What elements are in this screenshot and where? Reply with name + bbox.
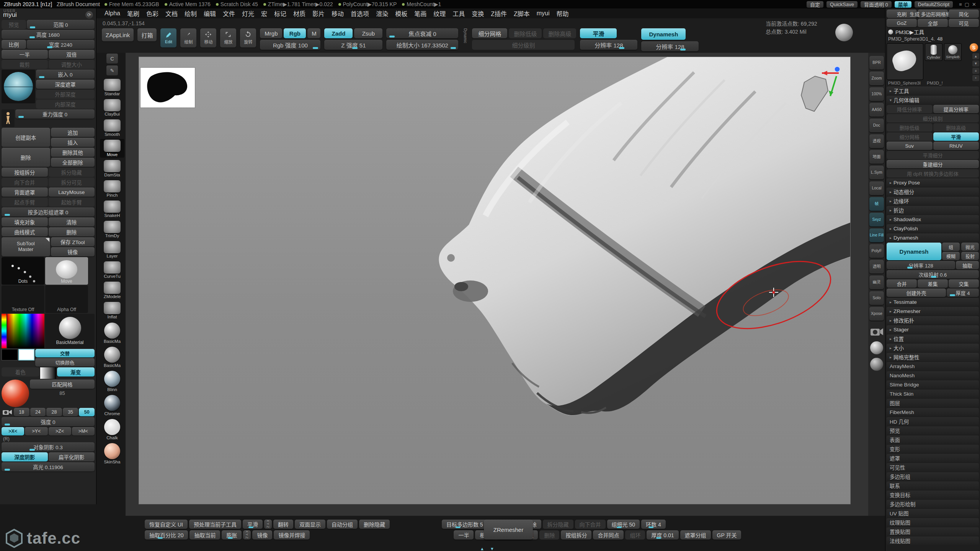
geometry-section-header[interactable]: ▾几何体编辑 <box>887 96 979 104</box>
subpalette-header[interactable]: ▸网格完整性 <box>887 353 979 361</box>
palette-section[interactable]: 图层 <box>887 399 979 407</box>
resize-button[interactable]: 调整大小 <box>49 60 95 69</box>
menu-item[interactable]: Alpha <box>101 8 124 18</box>
edit-mode-button[interactable]: Edit <box>160 28 176 47</box>
titlebar-button[interactable]: QuickSave <box>826 1 858 8</box>
palette-section[interactable]: NanoMesh <box>887 371 979 380</box>
subtool-list-icon[interactable]: + <box>972 75 979 81</box>
m-button[interactable]: M <box>307 28 320 38</box>
smooth-toggle[interactable]: 平滑 <box>933 132 979 141</box>
material-item[interactable]: SkinSha <box>100 442 124 465</box>
main-color-swatch[interactable] <box>2 349 18 360</box>
zadd-button[interactable]: Zadd <box>324 28 353 38</box>
symmetry-axis-button[interactable]: >X< <box>2 427 24 435</box>
alpha-off-thumbnail[interactable]: Alpha Off <box>45 285 88 313</box>
split-visible-button[interactable]: 拆分可见 <box>49 178 95 187</box>
brush-item[interactable]: TrimDy <box>100 220 124 239</box>
append-button[interactable]: 追加 <box>51 128 95 137</box>
menu-item[interactable]: 笔刷 <box>124 8 143 18</box>
palette-section[interactable]: 预览 <box>887 426 979 435</box>
reconstruct-subdiv-button[interactable]: 重建细分 <box>887 160 979 168</box>
depth-shadow-button[interactable]: 深度阴影 <box>2 452 48 461</box>
palette-section[interactable]: 法线贴图 <box>887 536 979 545</box>
palette-section[interactable]: 表面 <box>887 435 979 444</box>
brush-item[interactable]: SnakeH <box>100 200 124 218</box>
brush-item[interactable]: CurveTu <box>100 261 124 279</box>
subtool-list-icon[interactable]: ≡ <box>972 68 979 74</box>
bottom-button[interactable]: 厚度 0.01 <box>647 530 678 540</box>
brush-item[interactable]: Standar <box>100 78 124 97</box>
gravity-slider[interactable]: 重力强度 0 <box>15 109 95 119</box>
titlebar-button[interactable]: DefaultZScript <box>915 1 953 8</box>
thickness-slider[interactable]: 厚度 4 <box>947 289 979 297</box>
divide-button[interactable]: 提高分辨率 <box>933 105 979 113</box>
panel-tab[interactable]: USER <box>3 9 16 13</box>
sdiv-slider[interactable]: 细分级别 <box>887 114 979 122</box>
height-slider[interactable]: 高度 1680 <box>2 30 95 39</box>
subpalette-header[interactable]: ▸折边 <box>887 206 979 214</box>
subtool-master-button[interactable]: SubToolMaster <box>2 237 50 256</box>
flat-shadow-button[interactable]: 扁平化阴影 <box>49 452 95 461</box>
palette-section[interactable]: Thick Skin <box>887 390 979 398</box>
sculpt-model[interactable] <box>139 57 851 504</box>
material-preview-sphere[interactable] <box>2 380 29 407</box>
viewport-icon[interactable]: Solo <box>869 291 884 305</box>
zbrush-logo-icon[interactable]: S <box>970 43 978 52</box>
brush-item[interactable]: Layer <box>100 240 124 259</box>
del-higher-button[interactable]: 删除高级 <box>933 123 979 132</box>
menu-item[interactable]: 帮助 <box>553 8 572 18</box>
divide-button[interactable]: 细分网格 <box>472 28 507 38</box>
sdiv-level-slider[interactable]: 细分级别 <box>472 40 575 50</box>
z-intensity-slider[interactable]: Z 强度 51 <box>324 40 382 50</box>
bottom-button[interactable]: GP 开关 <box>712 530 742 540</box>
range-slider[interactable]: 范围 0 <box>27 20 95 29</box>
viewport-icon[interactable]: BPR <box>869 56 884 70</box>
viewport-icon[interactable]: 透视 <box>869 134 884 148</box>
object-shadow-slider[interactable]: 对象阴影 0.3 <box>2 442 95 452</box>
brush-item[interactable]: Smooth <box>100 119 124 137</box>
secondary-color-swatch[interactable] <box>18 349 34 360</box>
rgb-intensity-slider[interactable]: Rgb 强度 100 <box>260 40 320 50</box>
stroke-alpha-preview[interactable] <box>140 68 195 108</box>
goz-row-button[interactable]: GoZ <box>887 19 917 27</box>
menu-item[interactable]: myui <box>533 8 553 18</box>
dynamesh-resolution-slider[interactable]: 分辨率 128 <box>887 261 955 269</box>
ratio-button[interactable]: 比例 <box>2 40 26 49</box>
lazymouse-button[interactable]: LazyMouse <box>49 187 95 197</box>
menu-item[interactable]: 移动 <box>328 8 347 18</box>
focal-length-button[interactable]: 50 <box>79 408 95 416</box>
camera-view-icon[interactable] <box>870 326 884 338</box>
scale-mode-button[interactable]: 缩放 <box>220 28 236 47</box>
depth-mask-button[interactable]: 深度遮罩 <box>36 80 95 89</box>
viewport-icon[interactable]: 地面 <box>869 150 884 164</box>
brush-item[interactable]: Inflat <box>100 301 124 320</box>
dynamesh-groups-toggle[interactable]: 组 <box>942 243 960 251</box>
subtool-thumbnail[interactable]: SimpleB <box>944 43 962 61</box>
palette-section[interactable]: 联系 <box>887 481 979 490</box>
menu-item[interactable]: 模板 <box>392 8 411 18</box>
mirror-button[interactable]: 镜像 <box>51 247 95 256</box>
palette-section[interactable]: ArrayMesh <box>887 362 979 370</box>
bottom-button[interactable]: 环数 4 <box>641 520 666 529</box>
bottom-button[interactable]: 遮罩分组 <box>680 530 711 540</box>
bottom-button[interactable]: 自动分组 <box>327 520 358 529</box>
delete-all-button[interactable]: 全部删除 <box>51 158 95 167</box>
bottom-button[interactable]: 合并同点 <box>593 530 624 540</box>
outer-depth-button[interactable]: 外部深度 <box>36 90 95 99</box>
draw-mode-button[interactable]: 绘制 <box>180 28 196 47</box>
bottom-button[interactable]: 删除隐藏 <box>359 520 390 529</box>
palette-section[interactable]: 多边形组 <box>887 472 979 481</box>
menu-item[interactable]: 灯光 <box>238 8 258 18</box>
menu-item[interactable]: Z插件 <box>487 8 510 18</box>
bottom-button[interactable]: 预处理当前子工具 <box>189 520 241 529</box>
subpalette-header[interactable]: ▸边缘环 <box>887 197 979 205</box>
palette-section[interactable]: FiberMesh <box>887 408 979 416</box>
menu-item[interactable]: 标记 <box>271 8 290 18</box>
subpalette-header[interactable]: ▸ZRemesher <box>887 307 979 315</box>
bottom-button[interactable]: 抽取百分比 20 <box>145 530 188 540</box>
render-ball-icon[interactable] <box>870 358 883 371</box>
zsub-button[interactable]: Zsub <box>354 28 382 38</box>
texture-off-thumbnail[interactable]: Texture Off <box>2 285 44 313</box>
bottom-button[interactable]: 抽取当前 <box>189 530 220 540</box>
brush-item[interactable]: DamSta <box>100 159 124 178</box>
